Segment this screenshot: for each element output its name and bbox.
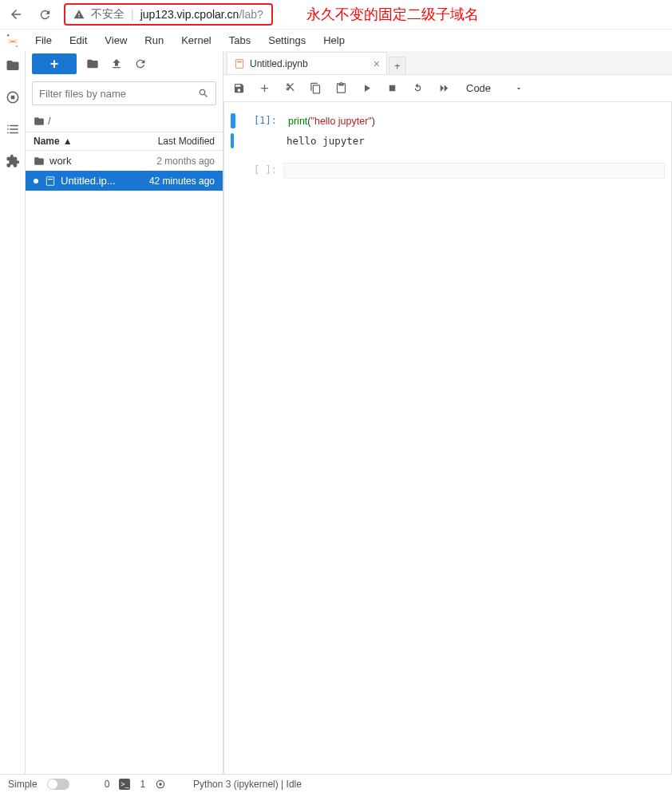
paste-icon[interactable] bbox=[334, 81, 348, 96]
interrupt-icon[interactable] bbox=[385, 81, 399, 96]
tab-close-icon[interactable]: × bbox=[374, 57, 380, 70]
svg-point-1 bbox=[16, 45, 18, 46]
cut-icon[interactable] bbox=[283, 81, 297, 96]
url-bar[interactable]: 不安全 | jup123.vip.cpolar.cn/lab? bbox=[64, 3, 273, 26]
url-domain: jup123.vip.cpolar.cn bbox=[140, 8, 239, 21]
folder-icon bbox=[34, 116, 45, 127]
restart-run-all-icon[interactable] bbox=[436, 81, 450, 96]
svg-rect-6 bbox=[235, 59, 243, 68]
input-prompt: [1]: bbox=[243, 113, 283, 128]
save-icon[interactable] bbox=[231, 81, 246, 96]
filter-input-box[interactable] bbox=[32, 81, 216, 105]
copy-icon[interactable] bbox=[308, 81, 322, 96]
reload-button[interactable] bbox=[35, 5, 54, 24]
notebook-icon bbox=[234, 58, 245, 69]
menu-edit[interactable]: Edit bbox=[61, 31, 95, 49]
status-count0: 0 bbox=[105, 779, 110, 790]
svg-rect-3 bbox=[10, 96, 14, 100]
file-row-folder[interactable]: work 2 months ago bbox=[26, 151, 223, 171]
activity-extensions-icon[interactable] bbox=[3, 152, 22, 171]
annotation-text: 永久不变的固定二级子域名 bbox=[306, 5, 479, 24]
column-modified[interactable]: Last Modified bbox=[158, 136, 215, 147]
file-row-notebook[interactable]: Untitled.ip... 42 minutes ago bbox=[26, 171, 223, 191]
terminal-icon[interactable]: >_ bbox=[119, 779, 130, 790]
menu-kernel[interactable]: Kernel bbox=[173, 31, 219, 49]
menu-run[interactable]: Run bbox=[136, 31, 172, 49]
run-icon[interactable] bbox=[359, 81, 374, 96]
cell-collapse-bar[interactable] bbox=[231, 133, 234, 148]
activity-files-icon[interactable] bbox=[3, 56, 22, 75]
status-kernel[interactable]: Python 3 (ipykernel) | Idle bbox=[193, 779, 302, 790]
upload-icon[interactable] bbox=[109, 56, 125, 72]
output-cell: hello jupyter bbox=[231, 133, 665, 148]
svg-rect-5 bbox=[48, 179, 53, 180]
cell-collapse-bar[interactable] bbox=[231, 113, 235, 128]
insert-cell-icon[interactable] bbox=[257, 81, 271, 96]
url-path: /lab? bbox=[239, 8, 263, 21]
restart-icon[interactable] bbox=[410, 81, 425, 96]
output-prompt bbox=[242, 133, 282, 148]
simple-mode-toggle[interactable] bbox=[47, 779, 69, 790]
column-name[interactable]: Name ▲ bbox=[34, 136, 158, 147]
svg-point-0 bbox=[7, 34, 9, 37]
security-label: 不安全 bbox=[91, 7, 125, 22]
activity-running-icon[interactable] bbox=[3, 88, 22, 107]
tab-add-button[interactable]: + bbox=[389, 57, 406, 74]
code-input[interactable] bbox=[283, 163, 665, 179]
svg-rect-8 bbox=[389, 85, 395, 92]
breadcrumb-root: / bbox=[48, 115, 51, 127]
back-button[interactable] bbox=[6, 5, 26, 24]
empty-code-cell[interactable]: [ ]: bbox=[231, 163, 665, 179]
refresh-icon[interactable] bbox=[132, 56, 148, 72]
breadcrumb[interactable]: / bbox=[26, 110, 223, 132]
dirty-indicator-icon bbox=[34, 179, 38, 183]
menu-settings[interactable]: Settings bbox=[260, 31, 314, 49]
svg-rect-4 bbox=[46, 176, 53, 185]
tab-title: Untitled.ipynb bbox=[250, 58, 308, 69]
menu-view[interactable]: View bbox=[97, 31, 135, 49]
new-folder-icon[interactable] bbox=[85, 56, 101, 72]
jupyter-logo-icon bbox=[5, 33, 21, 49]
activity-toc-icon[interactable] bbox=[3, 120, 22, 139]
file-name: Untitled.ip... bbox=[61, 175, 116, 187]
cell-type-dropdown[interactable]: Code bbox=[461, 81, 528, 96]
filter-input[interactable] bbox=[39, 88, 198, 100]
sort-asc-icon: ▲ bbox=[63, 136, 73, 147]
new-launcher-button[interactable]: + bbox=[32, 53, 77, 74]
kernel-busy-icon[interactable] bbox=[155, 779, 166, 790]
notebook-icon bbox=[45, 176, 56, 187]
folder-icon bbox=[34, 156, 45, 167]
file-name: work bbox=[49, 155, 71, 167]
warning-icon bbox=[73, 9, 85, 20]
file-modified: 2 months ago bbox=[156, 156, 215, 167]
status-simple-label: Simple bbox=[8, 779, 38, 790]
cell-output: hello jupyter bbox=[282, 133, 665, 148]
svg-point-10 bbox=[159, 783, 162, 786]
input-prompt: [ ]: bbox=[243, 163, 283, 179]
svg-rect-7 bbox=[237, 61, 242, 62]
tab-notebook[interactable]: Untitled.ipynb × bbox=[227, 52, 387, 74]
code-input[interactable]: print("hello jupyter") bbox=[283, 113, 665, 128]
menu-file[interactable]: File bbox=[27, 31, 60, 49]
status-count1: 1 bbox=[140, 779, 145, 790]
file-modified: 42 minutes ago bbox=[149, 176, 215, 187]
code-cell[interactable]: [1]: print("hello jupyter") bbox=[231, 113, 665, 128]
chevron-down-icon bbox=[515, 85, 523, 93]
search-icon bbox=[198, 88, 209, 99]
menu-help[interactable]: Help bbox=[315, 31, 353, 49]
menu-tabs[interactable]: Tabs bbox=[221, 31, 259, 49]
